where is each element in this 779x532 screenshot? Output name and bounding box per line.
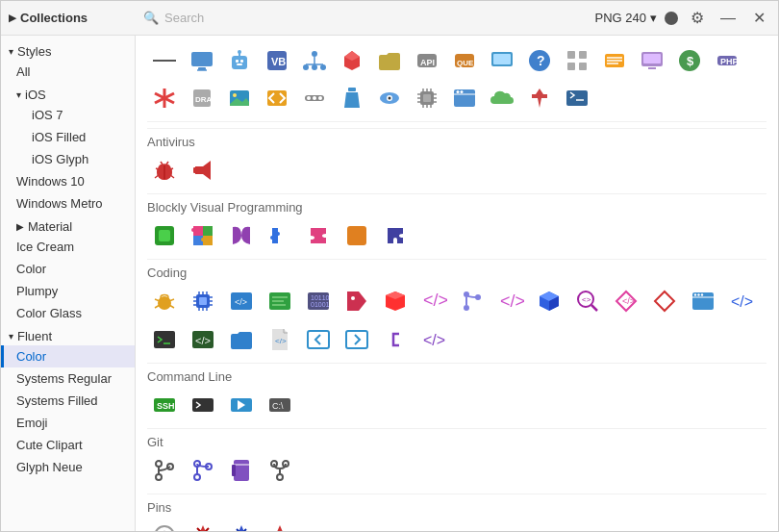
icon-cpu[interactable]: [410, 81, 444, 115]
sidebar-item-systems-filled[interactable]: Systems Filled: [1, 390, 135, 412]
sidebar-item-windows10[interactable]: Windows 10: [1, 170, 135, 192]
icon-file-code[interactable]: </>: [263, 322, 297, 357]
icon-image[interactable]: [222, 81, 257, 115]
icon-code-purple[interactable]: </>: [416, 322, 451, 357]
icon-diamond-pink[interactable]: </>: [609, 284, 643, 318]
icon-tag-red[interactable]: [339, 284, 374, 318]
icon-queue[interactable]: QUE: [447, 43, 482, 78]
icon-git-branch2[interactable]: [186, 453, 220, 488]
icon-code-arrow[interactable]: [260, 81, 294, 115]
icon-monitor[interactable]: [185, 43, 219, 78]
icon-code-blue[interactable]: </>: [224, 284, 259, 318]
icon-bracket-open[interactable]: [301, 322, 336, 357]
icon-code-arrows[interactable]: </>: [493, 284, 528, 318]
icon-slash-bracket[interactable]: </>: [186, 322, 220, 357]
sidebar-item-cute-clipart[interactable]: Cute Clipart: [1, 434, 135, 456]
icon-desktop[interactable]: [635, 43, 669, 78]
icon-grid[interactable]: [560, 43, 594, 78]
icon-folder-blue[interactable]: [224, 322, 259, 357]
icon-cube-blue[interactable]: [532, 284, 566, 318]
icon-line[interactable]: [147, 43, 182, 78]
icon-book-purple[interactable]: [224, 218, 259, 253]
sidebar-item-plumpy[interactable]: Plumpy: [1, 280, 135, 302]
icon-code-green[interactable]: [263, 284, 297, 318]
sidebar-item-fluent-color[interactable]: Color: [1, 345, 135, 367]
icon-git-fork[interactable]: [263, 453, 297, 488]
icon-puzzle-multi[interactable]: [186, 218, 220, 253]
icon-terminal-dark2[interactable]: [186, 388, 220, 422]
format-select[interactable]: PNG 240 ▾: [595, 11, 657, 25]
icon-code-blue2[interactable]: </>: [724, 284, 759, 318]
icon-dots-line[interactable]: [297, 81, 332, 115]
svg-text:<>: <>: [582, 295, 591, 304]
icon-eye[interactable]: [372, 81, 407, 115]
sidebar-section-ios[interactable]: ▾ iOS: [1, 83, 135, 104]
icon-cloud[interactable]: [485, 81, 519, 115]
icon-robot[interactable]: [222, 43, 257, 78]
icon-php[interactable]: PHP: [710, 43, 744, 78]
icon-puzzle-dark[interactable]: [378, 218, 413, 253]
sidebar-item-ios-filled[interactable]: iOS Filled: [1, 126, 135, 148]
sidebar-item-all[interactable]: All: [1, 61, 135, 83]
icon-diamond-red[interactable]: [647, 284, 682, 318]
icon-git-merge[interactable]: [147, 453, 182, 488]
icon-puzzle-blue[interactable]: [263, 218, 297, 253]
icon-bug-yellow[interactable]: [147, 284, 182, 318]
sidebar-item-systems-regular[interactable]: Systems Regular: [1, 367, 135, 390]
icon-git-branch-code[interactable]: [455, 284, 490, 318]
icon-vb[interactable]: VB: [260, 43, 294, 78]
icon-notebook-purple[interactable]: [224, 453, 259, 488]
icon-network2[interactable]: [447, 81, 482, 115]
icon-bug-red[interactable]: [147, 153, 182, 188]
icon-folder[interactable]: [372, 43, 407, 78]
icon-chip-blue[interactable]: [186, 284, 220, 318]
sidebar-item-color-glass[interactable]: Color Glass: [1, 302, 135, 324]
icon-bracket-corner[interactable]: [378, 322, 413, 357]
icon-screen2[interactable]: [485, 43, 519, 78]
settings-button[interactable]: ⚙: [686, 7, 709, 30]
color-dot[interactable]: [665, 12, 678, 25]
icon-block-green[interactable]: [147, 218, 182, 253]
sidebar-item-glyph-neue[interactable]: Glyph Neue: [1, 456, 135, 478]
icon-terminal[interactable]: [560, 81, 594, 115]
icon-pin-gray[interactable]: [147, 519, 182, 531]
icon-bracket-close[interactable]: [339, 322, 374, 357]
icon-code-brackets[interactable]: </>: [416, 284, 451, 318]
sidebar-section-material[interactable]: ▶ Material: [1, 215, 135, 236]
icon-network[interactable]: [297, 43, 332, 78]
sidebar-item-ice-cream[interactable]: Ice Cream: [1, 236, 135, 258]
icon-list[interactable]: [597, 43, 632, 78]
icon-dollar[interactable]: $: [672, 43, 707, 78]
sidebar-item-emoji[interactable]: Emoji: [1, 412, 135, 434]
icon-magnify-code[interactable]: <>: [570, 284, 605, 318]
icon-pin-red[interactable]: [263, 519, 297, 531]
icon-bottle[interactable]: [335, 81, 369, 115]
sidebar-item-color[interactable]: Color: [1, 258, 135, 280]
sidebar-section-fluent[interactable]: ▾ Fluent: [1, 324, 135, 345]
icon-api[interactable]: API: [410, 43, 444, 78]
icon-puzzle-pink[interactable]: [301, 218, 336, 253]
icon-ssh[interactable]: SSH: [147, 388, 182, 422]
icon-pin-cross-blue[interactable]: [224, 519, 259, 531]
icon-megaphone-red[interactable]: [186, 153, 220, 188]
icon-browser-blue[interactable]: [686, 284, 720, 318]
sidebar-section-styles[interactable]: ▾ Styles: [1, 39, 135, 61]
search-box[interactable]: 🔍 Search: [143, 11, 204, 25]
icon-cmd[interactable]: C:\: [263, 388, 297, 422]
icon-question[interactable]: ?: [522, 43, 557, 78]
icon-terminal-dark[interactable]: [147, 322, 182, 357]
icon-laravel[interactable]: [378, 284, 413, 318]
icon-gem[interactable]: [335, 43, 369, 78]
icon-pin-cross-red[interactable]: [186, 519, 220, 531]
minimize-button[interactable]: —: [716, 7, 740, 30]
icon-asterisk[interactable]: [147, 81, 182, 115]
sidebar-item-windows-metro[interactable]: Windows Metro: [1, 192, 135, 215]
icon-draft[interactable]: DRAFT: [185, 81, 219, 115]
icon-binary[interactable]: 1011001001: [301, 284, 336, 318]
sidebar-item-ios-glyph[interactable]: iOS Glyph: [1, 148, 135, 170]
sidebar-item-ios7[interactable]: iOS 7: [1, 104, 135, 126]
close-button[interactable]: ✕: [747, 7, 770, 30]
icon-block-orange[interactable]: [339, 218, 374, 253]
icon-pin[interactable]: [522, 81, 557, 115]
icon-arrow-blue[interactable]: [224, 388, 259, 422]
